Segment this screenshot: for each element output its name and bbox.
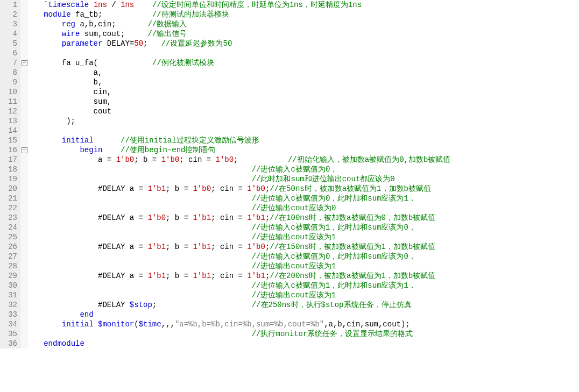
token: //数据输入 xyxy=(147,20,187,28)
token: 1'b1 xyxy=(247,272,265,280)
fold-cell[interactable] xyxy=(20,300,28,310)
fold-cell[interactable] xyxy=(20,203,28,213)
code-line[interactable]: b, xyxy=(30,77,579,87)
token: //在100ns时，被加数a被赋值为0，加数b被赋值 xyxy=(270,213,435,222)
code-editor[interactable]: 1234567891011121314151617181920212223242… xyxy=(0,0,579,348)
code-line[interactable]: //执行monitor系统任务，设置显示结果的格式 xyxy=(30,329,579,339)
token: //在200ns时，被加数a被赋值为1，加数b被赋值 xyxy=(270,272,435,280)
token xyxy=(30,165,252,174)
token: #DELAY a = xyxy=(30,213,147,222)
fold-cell[interactable] xyxy=(20,39,28,48)
code-line[interactable]: //进位输出cout应该为1 xyxy=(30,261,579,271)
code-line[interactable]: end xyxy=(30,310,579,319)
code-line[interactable]: a = 1'b0; b = 1'b0; cin = 1'b0; //初始化输入，… xyxy=(30,155,579,165)
fold-cell[interactable] xyxy=(20,252,28,261)
fold-cell[interactable] xyxy=(20,261,28,271)
code-line[interactable]: #DELAY $stop; //在250ns时，执行$stop系统任务，停止仿真 xyxy=(30,300,579,310)
code-line[interactable]: `timescale 1ns / 1ns //设定时间单位和时间精度，时延单位为… xyxy=(30,0,579,10)
code-line[interactable]: sum, xyxy=(30,97,579,106)
code-line[interactable]: begin //使用begin-end控制语句 xyxy=(30,145,579,155)
code-line[interactable] xyxy=(30,126,579,136)
code-line[interactable]: initial //使用initial过程块定义激励信号波形 xyxy=(30,136,579,145)
fold-toggle-icon[interactable]: − xyxy=(22,147,27,153)
fold-cell[interactable] xyxy=(20,329,28,339)
code-area[interactable]: `timescale 1ns / 1ns //设定时间单位和时间精度，时延单位为… xyxy=(28,0,579,348)
fold-cell[interactable] xyxy=(20,68,28,77)
token: 50 xyxy=(134,39,143,48)
fold-cell[interactable] xyxy=(20,165,28,174)
token: //在50ns时，被加数a被赋值为1，加数b被赋值 xyxy=(270,184,431,193)
token: //进位输出cout应该为1 xyxy=(252,291,336,300)
fold-cell[interactable]: − xyxy=(20,58,28,68)
token xyxy=(30,233,252,241)
token: 1'b0 xyxy=(161,155,180,164)
token xyxy=(30,194,252,203)
token: 1'b0 xyxy=(147,213,166,222)
fold-column[interactable]: −− xyxy=(20,0,28,348)
fold-cell[interactable] xyxy=(20,29,28,39)
fold-cell[interactable] xyxy=(20,194,28,203)
code-line[interactable]: endmodule xyxy=(30,339,579,348)
code-line[interactable]: wire sum,cout; //输出信号 xyxy=(30,29,579,39)
code-line[interactable]: initial $monitor($time,,,"a=%b,b=%b,cin=… xyxy=(30,319,579,329)
fold-toggle-icon[interactable]: − xyxy=(22,60,27,66)
fold-cell[interactable] xyxy=(20,87,28,97)
code-line[interactable]: #DELAY a = 1'b1; b = 1'b0; cin = 1'b0;//… xyxy=(30,184,579,194)
fold-cell[interactable] xyxy=(20,223,28,232)
token xyxy=(30,204,252,212)
code-line[interactable]: #DELAY a = 1'b1; b = 1'b1; cin = 1'b1;//… xyxy=(30,271,579,281)
fold-cell[interactable] xyxy=(20,136,28,145)
code-line[interactable]: //进位输出cout应该为1 xyxy=(30,232,579,242)
line-number: 20 xyxy=(2,184,17,194)
fold-cell[interactable] xyxy=(20,106,28,116)
code-line[interactable]: fa u_fa( //例化被测试模块 xyxy=(30,58,579,68)
code-line[interactable]: //进位输入c被赋值为1，此时加和sum应该为1， xyxy=(30,281,579,290)
fold-cell[interactable] xyxy=(20,19,28,29)
fold-cell[interactable] xyxy=(20,310,28,319)
token: //进位输入c被赋值为1，此时加和sum应该为0， xyxy=(252,223,416,232)
fold-cell[interactable] xyxy=(20,184,28,194)
fold-cell[interactable] xyxy=(20,290,28,300)
fold-cell[interactable] xyxy=(20,126,28,136)
code-line[interactable]: //进位输入c被赋值为0，此时加和sum应该为0， xyxy=(30,252,579,261)
line-number: 33 xyxy=(2,310,17,319)
fold-cell[interactable] xyxy=(20,116,28,126)
fold-cell[interactable] xyxy=(20,319,28,329)
token: initial xyxy=(62,136,94,145)
fold-cell[interactable] xyxy=(20,339,28,348)
fold-cell[interactable] xyxy=(20,281,28,290)
code-line[interactable]: //进位输入c被赋值为0，此时加和sum应该为1， xyxy=(30,194,579,203)
token: ; cin = xyxy=(211,184,247,193)
token xyxy=(30,136,62,145)
fold-cell[interactable]: − xyxy=(20,145,28,155)
code-line[interactable]: ); xyxy=(30,116,579,126)
code-line[interactable]: //进位输出cout应该为0 xyxy=(30,203,579,213)
fold-cell[interactable] xyxy=(20,10,28,19)
code-line[interactable]: parameter DELAY=50; //设置延迟参数为50 xyxy=(30,39,579,48)
line-number: 11 xyxy=(2,97,17,106)
fold-cell[interactable] xyxy=(20,271,28,281)
token: "a=%b,b=%b,cin=%b,sum=%b,cout=%b" xyxy=(175,320,324,329)
code-line[interactable]: module fa_tb; //待测试的加法器模块 xyxy=(30,10,579,19)
code-line[interactable]: a, xyxy=(30,68,579,77)
fold-cell[interactable] xyxy=(20,232,28,242)
fold-cell[interactable] xyxy=(20,213,28,223)
code-line[interactable]: cout xyxy=(30,106,579,116)
fold-cell[interactable] xyxy=(20,174,28,184)
fold-cell[interactable] xyxy=(20,48,28,58)
fold-cell[interactable] xyxy=(20,77,28,87)
code-line[interactable] xyxy=(30,48,579,58)
code-line[interactable]: //此时加和sum和进位输出cout都应该为0 xyxy=(30,174,579,184)
fold-cell[interactable] xyxy=(20,0,28,10)
code-line[interactable]: #DELAY a = 1'b1; b = 1'b1; cin = 1'b0;//… xyxy=(30,242,579,252)
code-line[interactable]: //进位输入c被赋值为0， xyxy=(30,165,579,174)
code-line[interactable]: cin, xyxy=(30,87,579,97)
token: 1'b1 xyxy=(147,243,166,251)
fold-cell[interactable] xyxy=(20,97,28,106)
code-line[interactable]: #DELAY a = 1'b0; b = 1'b1; cin = 1'b1;//… xyxy=(30,213,579,223)
code-line[interactable]: //进位输出cout应该为1 xyxy=(30,290,579,300)
fold-cell[interactable] xyxy=(20,155,28,165)
code-line[interactable]: //进位输入c被赋值为1，此时加和sum应该为0， xyxy=(30,223,579,232)
code-line[interactable]: reg a,b,cin; //数据输入 xyxy=(30,19,579,29)
fold-cell[interactable] xyxy=(20,242,28,252)
